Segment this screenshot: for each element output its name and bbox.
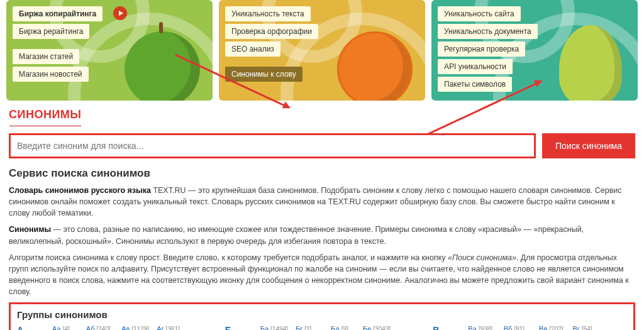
prefix-link[interactable]: Ва [468,325,476,330]
pill-site-unique[interactable]: Уникальность сайта [438,6,521,21]
letter-link[interactable]: В [433,325,463,330]
letter-link[interactable]: А [17,325,47,330]
letter-link[interactable]: Б [225,325,255,330]
pill-spellcheck[interactable]: Проверка орфографии [225,24,318,39]
prefix-count: [81] [514,326,525,330]
prefix-count: [938] [479,326,492,330]
paragraph: Алгоритм поиска синонима к слову прост. … [9,252,635,298]
prefix-count: [240] [97,326,111,330]
prefix-link[interactable]: Бе [363,325,371,330]
search-button[interactable]: Поиск синонима [542,133,635,158]
section-service: Сервис поиска синонимов [9,167,635,180]
prefix-link[interactable]: Вг [573,325,580,330]
pill-articles-shop[interactable]: Магазин статей [13,49,79,64]
pill-symbol-packs[interactable]: Пакеты символов [438,77,512,92]
prefix-count: [202] [549,326,563,330]
pill-regular-check[interactable]: Регулярная проверка [438,41,525,57]
pill-synonyms[interactable]: Синонимы к слову [225,67,303,82]
prefix-count: [54] [582,326,592,330]
groups-title: Группы синонимов [17,309,627,320]
prefix-link[interactable]: Бг [296,325,303,330]
pill-doc-unique[interactable]: Уникальность документа [438,24,538,39]
pill-uniqueness[interactable]: Уникальность текста [225,6,311,21]
prefix-link[interactable]: Аг [157,325,164,330]
card-copywriting: Биржа копирайтинга Биржа рерайтинга Мага… [6,0,213,101]
pill-news-shop[interactable]: Магазин новостей [13,67,89,82]
groups-box: Группы синонимов А[7374]Аа [4]Ад [269]Аи… [9,302,635,330]
prefix-count: [2] [304,326,311,330]
prefix-link[interactable]: Вв [539,325,547,330]
paragraph: Синонимы — это слова, разные по написани… [9,224,635,246]
card-text-tools: Уникальность текста Проверка орфографии … [219,0,425,101]
prefix-count: [1494] [270,326,288,330]
pill-api[interactable]: API уникальности [438,59,513,74]
prefix-link[interactable]: Аа [52,325,61,330]
pill-rewriting[interactable]: Биржа рерайтинга [13,24,89,39]
paragraph: Словарь синонимов русского языка TEXT.RU… [9,185,635,219]
prefix-count: [9] [341,326,348,330]
pill-copywriting[interactable]: Биржа копирайтинга [13,6,103,21]
prefix-link[interactable]: Ба [260,325,269,330]
prefix-link[interactable]: Вб [504,325,513,330]
prefix-link[interactable]: Аб [86,325,95,330]
prefix-link[interactable]: Бд [331,325,340,330]
prefix-count: [3043] [373,326,391,330]
search-input[interactable] [9,133,536,158]
page-title: СИНОНИМЫ [9,108,82,126]
card-site-tools: Уникальность сайта Уникальность документ… [431,0,638,101]
pill-seo[interactable]: SEO анализ [225,41,280,57]
prefix-count: [361] [166,326,180,330]
prefix-count: [4] [63,326,70,330]
prefix-count: [1129] [131,326,149,330]
prefix-link[interactable]: Ав [121,325,130,330]
